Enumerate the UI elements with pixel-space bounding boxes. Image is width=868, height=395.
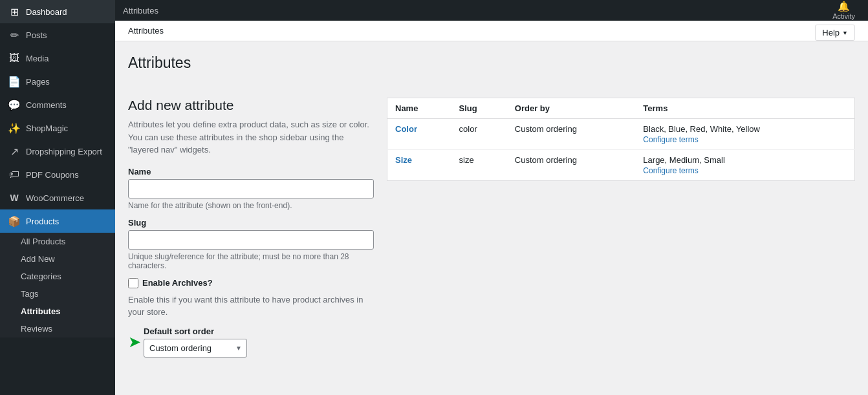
col-name: Name [387,98,451,119]
sort-order-section: ➤ Default sort order Custom ordering Nam… [128,326,374,358]
col-slug: Slug [451,98,507,119]
sidebar-item-label: WooCommerce [26,193,84,203]
color-configure-terms-link[interactable]: Configure terms [643,135,847,144]
row-size-slug: size [451,150,507,181]
sidebar-item-label: PDF Coupons [26,170,79,180]
attributes-table-panel: Name Slug Order by Terms Color color Cus… [387,98,855,358]
sidebar-item-shopmagic[interactable]: ✨ ShopMagic [0,116,115,140]
help-button[interactable]: Help ▼ [815,25,855,41]
table-row: Size size Custom ordering Large, Medium,… [387,150,855,181]
color-attribute-link[interactable]: Color [395,124,417,134]
size-configure-terms-link[interactable]: Configure terms [643,166,847,175]
posts-icon: ✏ [8,28,21,41]
submenu-categories[interactable]: Categories [0,268,115,285]
sidebar-item-label: Dashboard [26,7,67,17]
enable-archives-desc: Enable this if you want this attribute t… [128,294,374,319]
name-input[interactable] [128,179,374,198]
add-attribute-title: Add new attribute [128,98,374,113]
table-row: Color color Custom ordering Black, Blue,… [387,119,855,150]
activity-icon: 🔔 [838,1,850,12]
row-size-terms: Large, Medium, Small Configure terms [635,150,854,181]
shopmagic-icon: ✨ [8,122,21,134]
submenu-reviews[interactable]: Reviews [0,320,115,337]
sidebar-item-label: Posts [26,30,47,40]
page-header: Attributes [115,21,868,41]
sidebar-item-woocommerce[interactable]: W WooCommerce [0,186,115,209]
page-content: Add new attribute Attributes let you def… [115,85,868,370]
submenu-all-products[interactable]: All Products [0,233,115,250]
topbar: Attributes 🔔 Activity [115,0,868,21]
row-color-name: Color [387,119,451,150]
row-size-name: Size [387,150,451,181]
products-submenu: All Products Add New Categories Tags Att… [0,233,115,337]
table-header-row: Name Slug Order by Terms [387,98,855,119]
woocommerce-icon: W [8,191,21,204]
activity-button[interactable]: 🔔 Activity [827,0,860,21]
sidebar-item-label: ShopMagic [26,123,68,133]
submenu-tags[interactable]: Tags [0,285,115,303]
dropshipping-icon: ↗ [8,145,21,158]
green-arrow-icon: ➤ [128,333,141,351]
sort-order-select[interactable]: Custom ordering Name Name (numeric) Term… [144,339,247,358]
name-form-group: Name Name for the attribute (shown on th… [128,167,374,210]
enable-archives-checkbox[interactable] [128,278,138,288]
row-color-order-by: Custom ordering [507,119,636,150]
size-attribute-link[interactable]: Size [395,155,412,165]
size-terms-text: Large, Medium, Small [643,155,724,165]
row-size-order-by: Custom ordering [507,150,636,181]
color-terms-text: Black, Blue, Red, White, Yellow [643,124,760,134]
sidebar-item-posts[interactable]: ✏ Posts [0,23,115,47]
sort-order-label: Default sort order [144,326,247,336]
attributes-table: Name Slug Order by Terms Color color Cus… [387,98,855,181]
pdfcoupons-icon: 🏷 [8,168,21,181]
dashboard-icon: ⊞ [8,5,21,18]
sidebar-item-label: Media [26,54,49,63]
row-color-terms: Black, Blue, Red, White, Yellow Configur… [635,119,854,150]
sidebar-item-pdfcoupons[interactable]: 🏷 PDF Coupons [0,163,115,186]
enable-archives-label[interactable]: Enable Archives? [142,278,213,288]
sidebar-item-dropshipping[interactable]: ↗ Dropshipping Export [0,140,115,163]
sidebar-item-label: Dropshipping Export [26,147,102,156]
col-terms: Terms [635,98,854,119]
col-order-by: Order by [507,98,636,119]
sidebar-item-pages[interactable]: 📄 Pages [0,70,115,93]
breadcrumb: Attributes [123,6,158,16]
sort-select-wrapper: Custom ordering Name Name (numeric) Term… [144,339,247,358]
products-icon: 📦 [8,215,21,228]
help-chevron-icon: ▼ [842,30,848,36]
add-attribute-description: Attributes let you define extra product … [128,118,374,156]
submenu-attributes[interactable]: Attributes [0,303,115,320]
submenu-add-new[interactable]: Add New [0,250,115,268]
enable-archives-row: Enable Archives? [128,278,374,288]
page-main-title: Attributes [115,41,868,72]
sidebar-item-media[interactable]: 🖼 Media [0,47,115,70]
help-label: Help [822,28,840,37]
slug-input[interactable] [128,230,374,250]
media-icon: 🖼 [8,52,21,65]
name-hint: Name for the attribute (shown on the fro… [128,201,374,210]
sidebar-item-dashboard[interactable]: ⊞ Dashboard [0,0,115,23]
sidebar-item-label: Products [26,217,59,226]
slug-label: Slug [128,218,374,228]
sidebar-item-products[interactable]: 📦 Products [0,209,115,233]
name-label: Name [128,167,374,176]
sidebar: ⊞ Dashboard ✏ Posts 🖼 Media 📄 Pages 💬 Co… [0,0,115,395]
sidebar-item-label: Comments [26,100,67,110]
slug-hint: Unique slug/reference for the attribute;… [128,252,374,270]
page-header-title: Attributes [128,26,164,36]
pages-icon: 📄 [8,75,21,88]
activity-label: Activity [832,12,855,20]
sidebar-item-label: Pages [26,77,50,87]
comments-icon: 💬 [8,98,21,111]
slug-form-group: Slug Unique slug/reference for the attri… [128,218,374,270]
add-attribute-panel: Add new attribute Attributes let you def… [128,98,374,358]
row-color-slug: color [451,119,507,150]
sidebar-item-comments[interactable]: 💬 Comments [0,93,115,116]
